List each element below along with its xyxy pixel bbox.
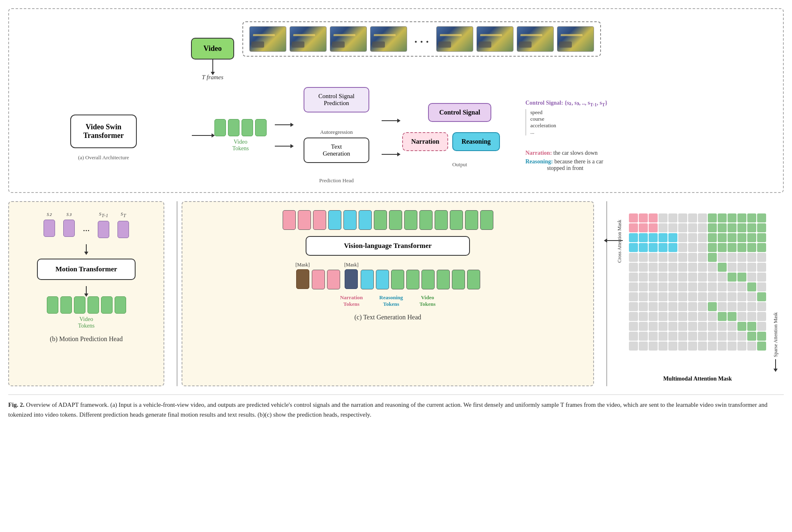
video-tokens-area: VideoTokens [214,119,267,152]
cell-r1c12 [737,213,746,222]
cell-r13c9 [708,332,717,341]
cell-r6c2 [639,263,648,272]
cell-r8c14 [757,282,766,291]
cell-r3c13 [747,233,756,242]
cell-r5c11 [728,253,737,262]
cell-r4c11 [728,243,737,252]
cell-r7c10 [718,273,727,282]
swin-to-tokens-arrow [190,135,214,136]
vt-8 [480,210,493,230]
cell-r3c10 [718,233,727,242]
cell-r1c11 [728,213,737,222]
cell-r6c8 [698,263,707,272]
cell-r5c2 [639,253,648,262]
bt-pink-2 [327,270,340,289]
cross-attention-mask-label: Cross Attention Mask [617,213,623,263]
cell-r8c4 [658,282,668,291]
video-frame-2 [290,26,327,52]
cell-r13c14 [757,332,766,341]
control-signal-info: Control Signal: {s₂, s₃, .., sT-1, sT} s… [525,99,607,135]
left-part: Video SwinTransformer (a) Overall Archit… [17,110,190,161]
video-token-3 [242,119,253,136]
cell-r2c6 [678,223,687,232]
s2-rect [44,220,55,237]
cell-r5c12 [737,253,746,262]
fig-label: Fig. 2. [8,401,25,408]
cell-r12c12 [737,322,746,331]
vt-7 [465,210,478,230]
cell-r8c7 [688,282,697,291]
cell-r1c3 [649,213,658,222]
vt-4 [419,210,433,230]
cell-r13c2 [639,332,648,341]
cell-r2c4 [658,223,668,232]
bottom-section: s₂ s₃ ... sT-1 sT [8,201,784,386]
vt-2 [389,210,402,230]
cell-r2c13 [747,223,756,232]
cell-r10c5 [668,302,677,311]
attention-grid [629,213,766,351]
cell-r3c8 [698,233,707,242]
sparse-attention-label-container: Sparse Attention Mask [771,213,780,369]
cell-r5c1 [629,253,638,262]
control-signal-output: Control Signal [428,103,491,122]
cell-r11c14 [757,312,766,321]
cell-r12c3 [649,322,658,331]
cell-r10c10 [718,302,727,311]
cell-r10c2 [639,302,648,311]
nt-2 [298,210,311,230]
output-boxes: Control Signal Narration Reasoning Outpu… [402,103,517,168]
bottom-token-group [47,296,126,314]
cell-r3c2 [639,233,648,242]
cell-r7c2 [639,273,648,282]
video-frames-area: Video T frames . . . [17,17,775,83]
frames-dashed-box: . . . [242,21,601,57]
cell-r8c1 [629,282,638,291]
bt-3 [74,296,85,314]
cell-r9c3 [649,292,658,301]
vt-6 [450,210,463,230]
cell-r13c1 [629,332,638,341]
cell-r13c12 [737,332,746,341]
cell-r8c5 [668,282,677,291]
text-output-labels: Narration: the car slows down Reasoning:… [525,150,607,172]
cell-r12c11 [728,322,737,331]
cell-r2c11 [728,223,737,232]
cell-r7c11 [728,273,737,282]
video-tokens-label-mid: VideoTokens [419,294,435,307]
attention-grid-container [629,213,766,351]
cell-r11c8 [698,312,707,321]
cell-r14c8 [698,342,707,351]
cell-r6c7 [688,263,697,272]
narration-text-output: Narration: the car slows down [525,150,607,156]
cell-r1c14 [757,213,766,222]
cell-r7c12 [737,273,746,282]
cell-r10c6 [678,302,687,311]
cell-r4c8 [698,243,707,252]
main-container: Video T frames . . . [8,8,784,420]
cell-r3c1 [629,233,638,242]
attention-mask-section: Cross Attention Mask [611,201,784,386]
multimodal-label: Multimodal Attention Mask [615,376,780,382]
cell-r5c5 [668,253,677,262]
cell-r12c2 [639,322,648,331]
video-frame-4 [370,26,407,52]
cell-r9c14 [757,292,766,301]
signal-st: sT [117,210,129,238]
cell-r4c13 [747,243,756,252]
cell-r1c13 [747,213,756,222]
autoregression-label: Autoregression [320,129,352,135]
cell-r8c6 [678,282,687,291]
cell-r14c10 [718,342,727,351]
heads-to-outputs-arrows [382,116,398,155]
cell-r4c2 [639,243,648,252]
bt-6 [115,296,126,314]
cell-r9c10 [718,292,727,301]
cell-r8c2 [639,282,648,291]
bt-green-5 [452,270,465,289]
video-frame-6 [477,26,513,52]
tokens-to-heads [275,124,291,147]
cell-r4c9 [708,243,717,252]
video-frame-1 [249,26,286,52]
cell-r6c3 [649,263,658,272]
